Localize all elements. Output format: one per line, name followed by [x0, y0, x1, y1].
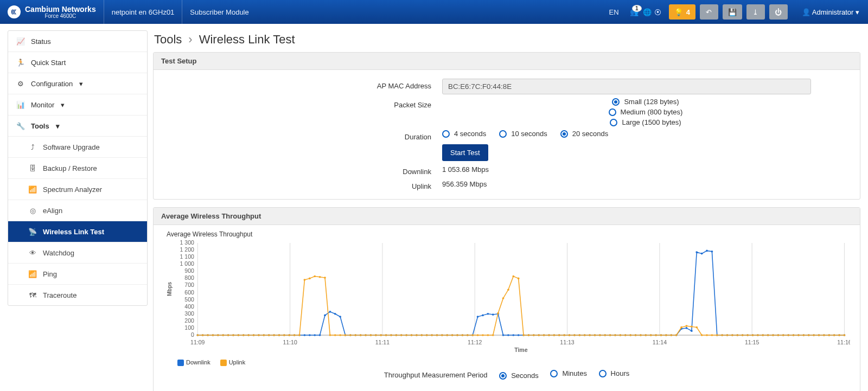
undo-button[interactable]: ↶ [700, 4, 718, 20]
sidebar-item-monitor[interactable]: 📊Monitor▾ [8, 94, 147, 116]
sidebar-item-tools[interactable]: 🔧Tools▾ [8, 116, 147, 137]
svg-text:11:13: 11:13 [560, 339, 575, 345]
svg-point-239 [594, 334, 596, 336]
svg-point-95 [512, 334, 514, 336]
svg-point-218 [487, 334, 489, 336]
power-button[interactable]: ⏻ [769, 4, 788, 20]
svg-point-129 [686, 327, 688, 329]
label-packet-size: Packet Size [164, 98, 442, 109]
chevron-down-icon: ▾ [56, 122, 60, 130]
svg-point-209 [441, 334, 443, 336]
svg-point-257 [686, 325, 688, 327]
svg-point-254 [670, 334, 672, 336]
svg-point-227 [533, 334, 535, 336]
header-device-name[interactable]: netpoint en 6GHz01 [104, 0, 183, 24]
sidebar-item-status[interactable]: 📈Status [8, 31, 147, 52]
svg-point-187 [329, 334, 331, 336]
svg-text:11:10: 11:10 [283, 339, 297, 345]
breadcrumb-parent[interactable]: Tools [154, 33, 182, 47]
sidebar-item-backup-restore[interactable]: 🗄Backup / Restore [8, 158, 147, 179]
user-icon[interactable]: 👥 1 [630, 8, 639, 16]
alerts-button[interactable]: 💡 4 [669, 4, 695, 20]
svg-text:1 000: 1 000 [180, 261, 195, 267]
panel-title: Average Wireless Throughput [154, 208, 860, 225]
svg-point-243 [614, 334, 616, 336]
brand-logo[interactable]: Cambium Networks Force 4600C [0, 0, 104, 24]
svg-point-217 [482, 334, 484, 336]
svg-point-206 [426, 334, 428, 336]
radio-label: 4 seconds [454, 130, 486, 138]
svg-point-220 [497, 312, 499, 315]
svg-point-240 [599, 334, 601, 336]
header-mode[interactable]: Subscriber Module [182, 0, 256, 24]
svg-point-222 [507, 289, 509, 291]
sidebar-item-quickstart[interactable]: 🏃Quick Start [8, 52, 147, 73]
svg-point-285 [828, 334, 830, 336]
svg-point-224 [518, 278, 520, 280]
svg-point-174 [263, 334, 265, 336]
ap-mac-input[interactable] [442, 79, 811, 94]
start-test-button[interactable]: Start Test [442, 144, 488, 161]
svg-point-228 [538, 334, 540, 336]
radio-packet-large[interactable]: Large (1500 bytes) [610, 118, 681, 126]
radio-period-seconds[interactable]: Seconds [499, 371, 539, 380]
svg-point-176 [273, 334, 275, 336]
svg-point-60 [334, 313, 336, 315]
svg-point-214 [467, 334, 469, 336]
sidebar-item-ping[interactable]: 📶Ping [8, 264, 147, 285]
sidebar-label: Wireless Link Test [43, 228, 104, 236]
download-button[interactable]: ⤓ [746, 4, 765, 20]
gps-icon[interactable]: ⦿ [653, 8, 663, 16]
ping-icon: 📶 [28, 269, 37, 279]
sidebar-item-wireless-link-test[interactable]: 📡Wireless Link Test [8, 221, 147, 242]
sidebar-item-watchdog[interactable]: 👁Watchdog [8, 242, 147, 264]
radio-duration-4[interactable]: 4 seconds [442, 130, 486, 138]
sidebar-item-software-upgrade[interactable]: ⤴Software Upgrade [8, 137, 147, 158]
radio-packet-medium[interactable]: Medium (800 bytes) [609, 108, 683, 116]
svg-point-182 [304, 279, 306, 281]
user-menu[interactable]: 👤 Administrator ▾ [793, 8, 868, 16]
sidebar-item-spectrum-analyzer[interactable]: 📶Spectrum Analyzer [8, 179, 147, 200]
monitor-icon: 📊 [16, 100, 25, 110]
svg-point-268 [742, 334, 744, 336]
sidebar-item-traceroute[interactable]: 🗺Traceroute [8, 285, 147, 305]
route-icon: 🗺 [28, 290, 37, 300]
svg-point-170 [242, 334, 245, 336]
sidebar-item-ealign[interactable]: ◎eAlign [8, 200, 147, 221]
svg-point-195 [370, 334, 372, 336]
svg-point-213 [462, 334, 464, 336]
svg-point-177 [278, 334, 280, 336]
svg-point-184 [314, 275, 316, 278]
svg-point-274 [772, 334, 774, 336]
eye-icon: 👁 [28, 248, 37, 258]
svg-point-226 [528, 334, 530, 336]
svg-point-198 [385, 334, 387, 336]
svg-point-164 [212, 334, 214, 336]
svg-point-171 [247, 334, 250, 336]
user-name: Administrator [812, 8, 854, 16]
svg-point-272 [762, 334, 764, 336]
svg-text:1 200: 1 200 [180, 247, 195, 253]
svg-point-269 [746, 334, 749, 336]
radio-packet-small[interactable]: Small (128 bytes) [612, 98, 679, 106]
svg-point-275 [777, 334, 780, 336]
sidebar-label: Status [31, 37, 51, 46]
radio-period-hours[interactable]: Hours [599, 369, 630, 377]
globe-icon[interactable]: 🌐 [642, 8, 653, 16]
radio-duration-20[interactable]: 20 seconds [560, 130, 609, 138]
save-button[interactable]: 💾 [723, 4, 742, 20]
svg-point-278 [793, 334, 795, 336]
svg-point-168 [232, 334, 234, 336]
sidebar-item-configuration[interactable]: ⚙Configuration▾ [8, 73, 147, 94]
radio-duration-10[interactable]: 10 seconds [499, 130, 547, 138]
language-selector[interactable]: EN [602, 0, 627, 24]
svg-point-161 [196, 334, 199, 336]
panel-title: Test Setup [154, 53, 860, 70]
radio-period-minutes[interactable]: Minutes [550, 369, 587, 377]
svg-point-180 [293, 334, 296, 336]
svg-point-90 [487, 313, 489, 315]
svg-point-244 [620, 334, 622, 336]
svg-point-203 [411, 334, 413, 336]
svg-point-207 [431, 334, 433, 336]
svg-point-246 [629, 334, 631, 336]
